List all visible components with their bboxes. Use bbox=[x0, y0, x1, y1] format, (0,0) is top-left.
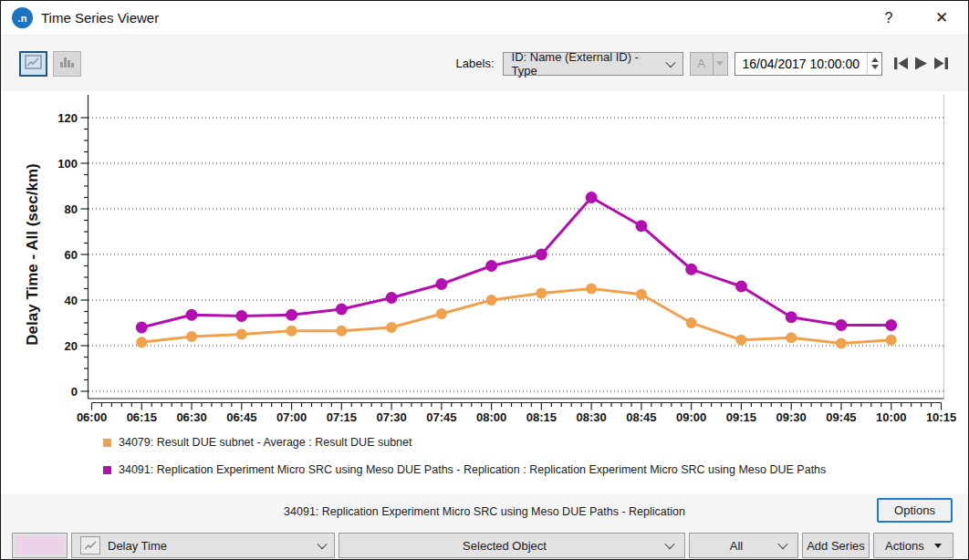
line-chart-icon bbox=[80, 536, 100, 555]
datetime-value: 16/04/2017 10:00:00 bbox=[735, 57, 867, 71]
metric-dropdown-value: Delay Time bbox=[108, 539, 311, 553]
svg-text:08:00: 08:00 bbox=[476, 410, 506, 424]
window-title: Time Series Viewer bbox=[41, 10, 875, 26]
legend-item: 34091: Replication Experiment Micro SRC … bbox=[103, 456, 968, 483]
svg-text:06:30: 06:30 bbox=[176, 410, 206, 424]
time-navigation-buttons bbox=[892, 55, 950, 73]
svg-text:07:30: 07:30 bbox=[376, 410, 406, 424]
chevron-down-icon bbox=[665, 57, 675, 67]
svg-text:Delay Time - All (sec/km): Delay Time - All (sec/km) bbox=[24, 163, 41, 345]
selected-series-title: 34091: Replication Experiment Micro SRC … bbox=[1, 505, 968, 518]
svg-text:09:45: 09:45 bbox=[826, 410, 856, 424]
chart-type-toggles bbox=[19, 51, 81, 77]
svg-text:06:45: 06:45 bbox=[226, 410, 256, 424]
aggregation-dropdown[interactable]: All bbox=[689, 533, 798, 558]
svg-text:20: 20 bbox=[65, 339, 78, 353]
metric-dropdown[interactable]: Delay Time bbox=[71, 533, 335, 558]
line-chart-icon bbox=[25, 55, 42, 73]
legend-label: 34091: Replication Experiment Micro SRC … bbox=[119, 463, 826, 476]
svg-text:08:30: 08:30 bbox=[577, 410, 607, 424]
legend-label: 34079: Result DUE subnet - Average : Res… bbox=[119, 436, 412, 449]
titlebar: .n Time Series Viewer ? ✕ bbox=[1, 1, 968, 36]
chevron-down-icon bbox=[317, 539, 327, 549]
series-0-swatch-icon bbox=[103, 439, 111, 447]
series-color-picker-button[interactable] bbox=[12, 533, 68, 558]
skip-to-start-icon bbox=[893, 57, 909, 70]
skip-to-end-icon bbox=[933, 57, 949, 70]
svg-text:10:15: 10:15 bbox=[926, 410, 956, 424]
bar-chart-icon bbox=[59, 55, 75, 72]
chart-section: 02040608010012006:0006:1506:3006:4507:00… bbox=[1, 91, 968, 493]
font-dropdown-arrow[interactable] bbox=[713, 53, 727, 75]
toolbar-right-group: Labels: ID: Name (External ID) - Type A … bbox=[456, 52, 950, 76]
svg-text:100: 100 bbox=[57, 157, 78, 171]
svg-text:07:00: 07:00 bbox=[276, 410, 307, 424]
svg-text:09:00: 09:00 bbox=[676, 410, 706, 424]
svg-text:07:15: 07:15 bbox=[327, 410, 357, 424]
add-series-button[interactable]: Add Series bbox=[802, 533, 870, 558]
chevron-down-icon bbox=[777, 539, 787, 549]
svg-text:60: 60 bbox=[65, 248, 78, 262]
bar-chart-toggle-button[interactable] bbox=[53, 51, 81, 77]
series-1-swatch-icon bbox=[103, 466, 111, 474]
time-series-viewer-window: .n Time Series Viewer ? ✕ Labels: ID: Na… bbox=[0, 0, 969, 560]
svg-text:09:15: 09:15 bbox=[726, 410, 756, 424]
object-dropdown-value: Selected Object bbox=[350, 539, 659, 553]
spin-down-icon[interactable] bbox=[871, 65, 879, 69]
svg-text:08:45: 08:45 bbox=[626, 410, 656, 424]
play-button[interactable] bbox=[912, 55, 930, 73]
svg-text:40: 40 bbox=[65, 294, 78, 307]
actions-button[interactable]: Actions bbox=[873, 533, 953, 558]
svg-text:80: 80 bbox=[65, 202, 78, 216]
svg-text:08:15: 08:15 bbox=[526, 410, 557, 424]
svg-text:10:00: 10:00 bbox=[876, 410, 906, 424]
close-button[interactable]: ✕ bbox=[928, 8, 955, 27]
svg-text:0: 0 bbox=[71, 385, 78, 399]
footer-controls-row: Delay Time Selected Object All Add Serie… bbox=[12, 533, 953, 558]
aggregation-dropdown-value: All bbox=[701, 539, 772, 553]
labels-dropdown[interactable]: ID: Name (External ID) - Type bbox=[503, 52, 683, 76]
legend-item: 34079: Result DUE subnet - Average : Res… bbox=[103, 429, 968, 456]
svg-text:07:45: 07:45 bbox=[426, 410, 456, 424]
datetime-spin-buttons[interactable] bbox=[867, 53, 881, 75]
svg-text:09:30: 09:30 bbox=[776, 410, 807, 424]
chevron-down-icon bbox=[664, 539, 674, 549]
svg-text:06:00: 06:00 bbox=[77, 410, 107, 424]
line-chart-toggle-button[interactable] bbox=[19, 51, 47, 77]
skip-to-end-button[interactable] bbox=[933, 55, 950, 73]
triangle-down-icon bbox=[934, 544, 942, 548]
time-series-chart: 02040608010012006:0006:1506:3006:4507:00… bbox=[1, 91, 968, 429]
font-split-button[interactable]: A bbox=[690, 52, 728, 76]
series-color-swatch bbox=[16, 536, 64, 555]
spin-up-icon[interactable] bbox=[871, 57, 879, 62]
svg-text:120: 120 bbox=[57, 111, 78, 125]
help-button[interactable]: ? bbox=[875, 10, 902, 26]
options-button[interactable]: Options bbox=[877, 498, 953, 523]
font-button-label: A bbox=[691, 53, 713, 75]
skip-to-start-button[interactable] bbox=[892, 55, 910, 73]
triangle-down-icon bbox=[716, 61, 724, 66]
app-logo-icon: .n bbox=[12, 7, 33, 28]
object-dropdown[interactable]: Selected Object bbox=[339, 533, 685, 558]
footer: 34091: Replication Experiment Micro SRC … bbox=[1, 493, 968, 560]
svg-text:06:15: 06:15 bbox=[127, 410, 157, 424]
chart-legend: 34079: Result DUE subnet - Average : Res… bbox=[1, 429, 968, 483]
actions-button-label: Actions bbox=[885, 539, 924, 553]
play-icon bbox=[914, 57, 928, 70]
labels-dropdown-value: ID: Name (External ID) - Type bbox=[512, 50, 660, 78]
datetime-spinner[interactable]: 16/04/2017 10:00:00 bbox=[735, 52, 882, 76]
footer-top-row: 34091: Replication Experiment Micro SRC … bbox=[1, 498, 968, 527]
toolbar: Labels: ID: Name (External ID) - Type A … bbox=[1, 36, 968, 91]
labels-caption: Labels: bbox=[456, 57, 495, 70]
